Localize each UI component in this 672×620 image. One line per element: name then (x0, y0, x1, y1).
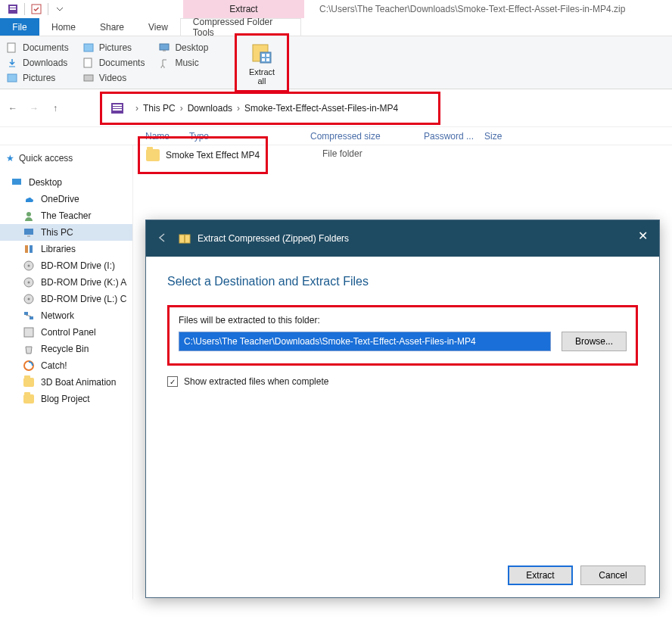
sidebar-item-desktop[interactable]: Desktop (0, 174, 132, 191)
extract-dest-pictures[interactable]: Pictures (6, 71, 69, 85)
sidebar-item-onedrive[interactable]: OneDrive (0, 191, 132, 207)
col-header-size[interactable]: Size (484, 131, 530, 142)
sidebar-item-3d-boat[interactable]: 3D Boat Animation (0, 374, 132, 391)
sidebar-item-label: This PC (41, 227, 73, 238)
extract-dest-documents-2[interactable]: Documents (82, 56, 145, 70)
dialog-close-button[interactable]: ✕ (635, 228, 650, 243)
browse-button[interactable]: Browse... (562, 332, 627, 351)
file-row[interactable]: Smoke Text Effect MP4 (138, 136, 268, 174)
folder-icon (146, 149, 160, 161)
sidebar-item-this-pc[interactable]: This PC (0, 224, 132, 241)
cancel-button[interactable]: Cancel (580, 565, 646, 585)
destination-input[interactable] (179, 332, 551, 351)
file-type: File folder (322, 148, 362, 159)
ribbon-tabs: File Home Share View Compressed Folder T… (0, 18, 672, 36)
dialog-back-icon[interactable] (155, 231, 170, 246)
sidebar-item-label: BD-ROM Drive (L:) C (41, 294, 126, 304)
extract-dest-col-1: Documents Downloads Pictures (6, 41, 69, 85)
col-header-compressed[interactable]: Compressed size (310, 131, 424, 142)
window-title-path: C:\Users\The Teacher\Downloads\Smoke-Tex… (304, 4, 672, 14)
qat-dropdown-icon[interactable] (53, 2, 67, 16)
nav-sidebar: ★ Quick access Desktop OneDrive The Teac… (0, 145, 133, 600)
sidebar-item-label: The Teacher (41, 210, 92, 221)
svg-rect-9 (84, 75, 93, 81)
extract-dest-downloads[interactable]: Downloads (6, 56, 69, 70)
nav-up-icon[interactable]: ↑ (48, 101, 62, 115)
sidebar-item-bdrom-k[interactable]: BD-ROM Drive (K:) A (0, 274, 132, 291)
dialog-titlebar[interactable]: Extract Compressed (Zipped) Folders ✕ (146, 220, 659, 257)
properties-icon[interactable] (30, 2, 43, 16)
qat-separator (48, 3, 48, 15)
disc-icon (23, 276, 35, 288)
sidebar-item-catch[interactable]: Catch! (0, 357, 132, 374)
extract-dest-label: Desktop (175, 42, 208, 53)
dialog-button-row: Extract Cancel (508, 565, 646, 585)
breadcrumb-seg[interactable]: Downloads (188, 103, 232, 114)
extract-dest-label: Documents (99, 58, 145, 68)
dialog-body: Select a Destination and Extract Files F… (146, 257, 659, 405)
svg-rect-4 (8, 43, 15, 52)
extract-dest-col-2: Pictures Documents Videos (82, 41, 145, 85)
nav-forward-icon[interactable]: → (27, 101, 41, 115)
file-tab[interactable]: File (0, 18, 39, 36)
extract-dest-desktop[interactable]: Desktop (158, 41, 208, 55)
sidebar-item-user[interactable]: The Teacher (0, 207, 132, 224)
catch-icon (23, 360, 35, 372)
sidebar-item-libraries[interactable]: Libraries (0, 241, 132, 257)
quick-access-header[interactable]: ★ Quick access (0, 150, 132, 167)
home-tab[interactable]: Home (39, 18, 88, 36)
svg-point-29 (28, 265, 30, 267)
ribbon: Documents Downloads Pictures Pictures Do… (0, 36, 672, 89)
svg-rect-2 (10, 8, 16, 10)
title-bar: Extract C:\Users\The Teacher\Downloads\S… (0, 0, 672, 18)
breadcrumb-seg[interactable]: This PC (143, 103, 176, 114)
extract-dest-documents[interactable]: Documents (6, 41, 69, 55)
col-header-password[interactable]: Password ... (424, 131, 484, 142)
documents-icon (82, 57, 95, 69)
extract-dest-videos[interactable]: Videos (82, 71, 145, 85)
dialog-title: Extract Compressed (Zipped) Folders (198, 233, 349, 244)
svg-point-31 (28, 282, 30, 284)
extract-dest-pictures-2[interactable]: Pictures (82, 41, 145, 55)
sidebar-item-label: Libraries (41, 244, 76, 254)
breadcrumb-sep: › (180, 103, 183, 114)
cloud-icon (23, 193, 35, 205)
share-tab[interactable]: Share (88, 18, 136, 36)
svg-rect-1 (10, 6, 16, 8)
show-extracted-check-row[interactable]: ✓ Show extracted files when complete (167, 376, 638, 387)
svg-rect-8 (84, 58, 92, 67)
sidebar-item-bdrom-i[interactable]: BD-ROM Drive (I:) (0, 257, 132, 274)
svg-rect-22 (12, 179, 21, 185)
breadcrumb[interactable]: › This PC › Downloads › Smoke-Text-Effec… (100, 92, 440, 125)
sidebar-item-network[interactable]: Network (0, 307, 132, 324)
svg-rect-24 (24, 229, 33, 235)
nav-back-icon[interactable]: ← (6, 101, 20, 115)
desktop-icon (11, 176, 23, 188)
column-headers: Name Type Compressed size Password ... S… (0, 127, 672, 145)
pictures-icon (6, 72, 18, 84)
sidebar-item-blog-project[interactable]: Blog Project (0, 391, 132, 407)
extract-button[interactable]: Extract (508, 565, 573, 585)
sidebar-item-recycle-bin[interactable]: Recycle Bin (0, 341, 132, 357)
svg-rect-19 (113, 104, 122, 106)
downloads-icon (6, 57, 18, 69)
extract-dest-music[interactable]: Music (158, 56, 208, 70)
videos-icon (82, 72, 95, 84)
svg-line-36 (26, 315, 31, 316)
breadcrumb-seg[interactable]: Smoke-Text-Effect-Asset-Files-in-MP4 (244, 103, 398, 114)
qat-separator (24, 3, 25, 15)
extract-all-icon (250, 40, 274, 64)
svg-point-23 (26, 212, 31, 217)
extract-all-button[interactable]: Extract all (235, 33, 289, 92)
sidebar-item-bdrom-l[interactable]: BD-ROM Drive (L:) C (0, 291, 132, 307)
sidebar-item-label: BD-ROM Drive (K:) A (41, 277, 126, 288)
pictures-icon (82, 42, 95, 54)
view-tab[interactable]: View (136, 18, 180, 36)
svg-point-33 (28, 298, 30, 301)
sidebar-item-control-panel[interactable]: Control Panel (0, 324, 132, 341)
extract-dest-label: Music (175, 58, 198, 68)
svg-rect-37 (24, 328, 33, 337)
address-bar-row: ← → ↑ › This PC › Downloads › Smoke-Text… (0, 89, 672, 127)
sidebar-item-label: 3D Boat Animation (41, 377, 116, 388)
checkbox-icon[interactable]: ✓ (167, 376, 178, 387)
